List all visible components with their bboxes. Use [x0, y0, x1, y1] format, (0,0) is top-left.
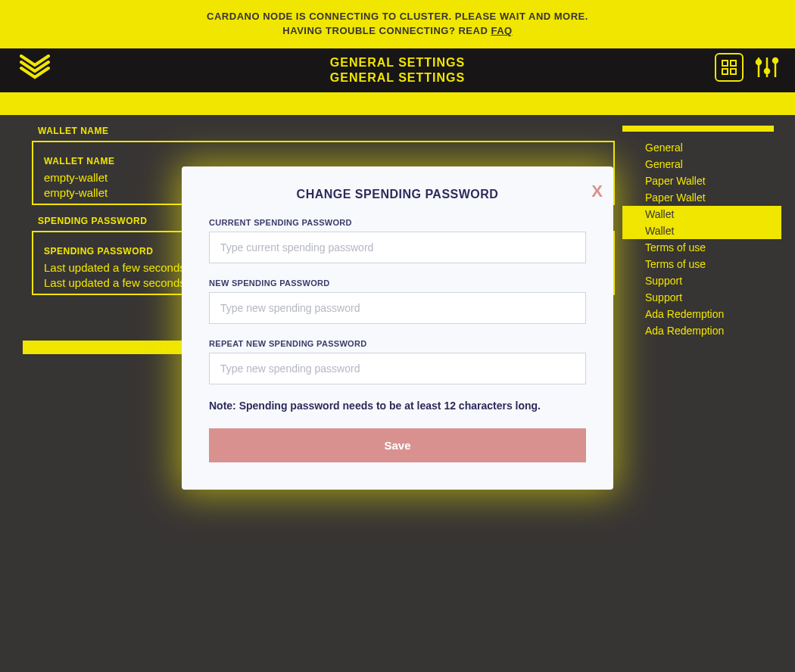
current-password-group: CURRENT SPENDING PASSWORD	[209, 218, 586, 263]
alert-prefix: HAVING TROUBLE CONNECTING? READ	[282, 25, 488, 36]
sidebar-item-ada-redemption[interactable]: Ada Redemption	[630, 306, 781, 322]
connection-alert: CARDANO NODE IS CONNECTING TO CLUSTER. P…	[0, 0, 795, 48]
chevrons-icon	[20, 54, 50, 77]
current-password-input[interactable]	[209, 232, 586, 263]
page-title-dup: GENERAL SETTINGS	[0, 71, 795, 85]
sidebar-item-paper-wallet[interactable]: Paper Wallet	[630, 173, 781, 189]
svg-point-7	[756, 60, 761, 64]
page-title: GENERAL SETTINGS	[0, 56, 795, 70]
new-password-input[interactable]	[209, 292, 586, 324]
new-password-label: NEW SPENDING PASSWORD	[209, 278, 586, 288]
svg-rect-1	[731, 61, 736, 66]
sidebar-item-wallet[interactable]: Wallet	[622, 206, 781, 222]
new-password-group: NEW SPENDING PASSWORD	[209, 278, 586, 324]
sidebar-item-paper-wallet-dup[interactable]: Paper Wallet	[630, 189, 781, 206]
password-note: Note: Spending password needs to be at l…	[209, 400, 586, 412]
settings-sidebar: General General Paper Wallet Paper Walle…	[630, 115, 781, 339]
svg-rect-3	[731, 69, 736, 74]
repeat-password-label: REPEAT NEW SPENDING PASSWORD	[209, 339, 586, 348]
sidebar-item-ada-redemption-dup[interactable]: Ada Redemption	[630, 322, 781, 339]
header-substrip	[0, 92, 795, 115]
change-password-modal: CHANGE SPENDING PASSWORD X CURRENT SPEND…	[182, 166, 613, 490]
sidebar-item-support[interactable]: Support	[630, 272, 781, 289]
grid-icon[interactable]	[715, 53, 744, 82]
save-button[interactable]: Save	[209, 428, 586, 462]
page-header: GENERAL SETTINGS GENERAL SETTINGS	[0, 48, 795, 92]
sidebar-item-general-dup[interactable]: General	[630, 156, 781, 173]
wallet-name-label: WALLET NAME	[38, 126, 615, 136]
alert-line2: HAVING TROUBLE CONNECTING? READ FAQ	[15, 25, 780, 36]
faq-link[interactable]: FAQ	[491, 25, 512, 36]
modal-title: CHANGE SPENDING PASSWORD	[209, 188, 586, 201]
sidebar-item-support-dup[interactable]: Support	[630, 289, 781, 306]
svg-rect-0	[722, 61, 728, 66]
wallet-name-label-dup: WALLET NAME	[44, 156, 603, 166]
sidebar-item-terms-dup[interactable]: Terms of use	[630, 256, 781, 272]
sliders-icon[interactable]	[753, 53, 781, 82]
svg-point-9	[773, 58, 778, 63]
repeat-password-group: REPEAT NEW SPENDING PASSWORD	[209, 339, 586, 384]
current-password-label: CURRENT SPENDING PASSWORD	[209, 218, 586, 227]
svg-point-8	[765, 69, 769, 73]
wallet-name-value-dup: empty-wallet	[44, 186, 108, 199]
close-icon[interactable]: X	[591, 182, 600, 201]
sidebar-header-strip	[622, 126, 774, 132]
alert-line1: CARDANO NODE IS CONNECTING TO CLUSTER. P…	[15, 11, 780, 22]
header-icons	[715, 53, 781, 82]
sidebar-item-general[interactable]: General	[630, 139, 781, 156]
svg-rect-2	[722, 69, 728, 74]
sidebar-item-wallet-dup[interactable]: Wallet	[622, 222, 781, 239]
sidebar-item-terms[interactable]: Terms of use	[630, 239, 781, 256]
repeat-password-input[interactable]	[209, 353, 586, 384]
